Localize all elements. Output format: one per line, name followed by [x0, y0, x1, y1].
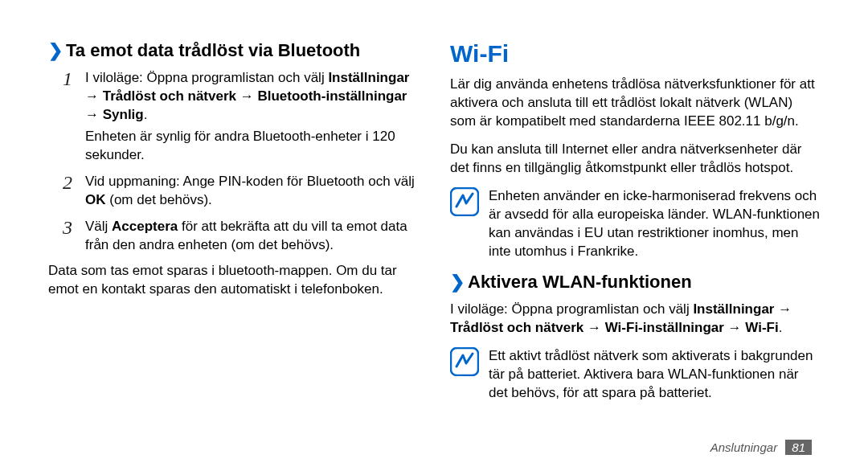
note-text: Enheten använder en icke-harmoniserad fr… — [489, 187, 820, 261]
footer-page-number: 81 — [785, 440, 812, 455]
footer-section-label: Anslutningar — [710, 440, 777, 454]
step-body: Välj Acceptera för att bekräfta att du v… — [85, 218, 418, 255]
note-icon — [450, 187, 479, 216]
step-number: 3 — [63, 218, 77, 255]
chevron-icon: ❯ — [48, 40, 63, 61]
note-icon — [450, 347, 479, 376]
step-2: 2 Vid uppmaning: Ange PIN-koden för Blue… — [63, 173, 418, 210]
wifi-heading: Wi-Fi — [450, 40, 820, 68]
step-number: 2 — [63, 173, 77, 210]
note-2: Ett aktivt trådlöst nätverk som aktivera… — [450, 347, 820, 403]
step-number: 1 — [63, 69, 77, 165]
right-instruction: I viloläge: Öppna programlistan och välj… — [450, 301, 820, 338]
step-extra: Enheten är synlig för andra Bluetooth-en… — [85, 128, 418, 165]
step-3: 3 Välj Acceptera för att bekräfta att du… — [63, 218, 418, 255]
right-para-2: Du kan ansluta till Internet eller andra… — [450, 141, 820, 178]
right-subheading-text: Aktivera WLAN-funktionen — [468, 272, 692, 293]
page-footer: Anslutningar 81 — [710, 440, 812, 455]
step-1: 1 I viloläge: Öppna programlistan och vä… — [63, 69, 418, 165]
step-body: Vid uppmaning: Ange PIN-koden för Blueto… — [85, 173, 418, 210]
chevron-icon: ❯ — [450, 272, 465, 293]
note-text: Ett aktivt trådlöst nätverk som aktivera… — [489, 347, 820, 403]
left-heading: ❯ Ta emot data trådlöst via Bluetooth — [48, 40, 418, 61]
left-column: ❯ Ta emot data trådlöst via Bluetooth 1 … — [48, 40, 418, 414]
right-column: Wi-Fi Lär dig använda enhetens trådlösa … — [450, 40, 820, 414]
right-para-1: Lär dig använda enhetens trådlösa nätver… — [450, 76, 820, 131]
step-body: I viloläge: Öppna programlistan och välj… — [85, 69, 418, 165]
right-subheading: ❯ Aktivera WLAN-funktionen — [450, 272, 820, 293]
note-1: Enheten använder en icke-harmoniserad fr… — [450, 187, 820, 261]
left-footer-para: Data som tas emot sparas i bluetooth-map… — [48, 262, 418, 299]
left-heading-text: Ta emot data trådlöst via Bluetooth — [66, 40, 360, 61]
